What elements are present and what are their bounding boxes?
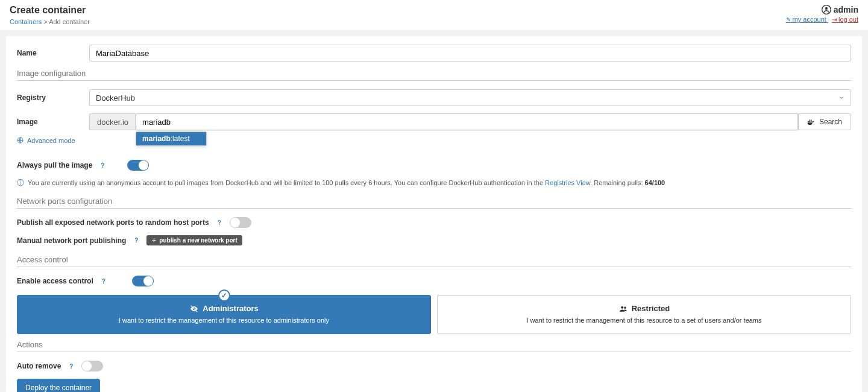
help-icon[interactable]: ?: [99, 277, 108, 285]
image-autocomplete: mariadb:latest: [136, 131, 207, 146]
remaining-pulls: 64/100: [645, 179, 665, 186]
image-label: Image: [17, 118, 89, 126]
publish-all-toggle[interactable]: [230, 217, 251, 228]
publish-port-button[interactable]: publish a new network port: [146, 235, 242, 245]
svg-point-8: [621, 306, 623, 308]
user-icon: [822, 5, 831, 14]
page-header: Create container Containers > Add contai…: [0, 0, 868, 30]
help-icon[interactable]: ?: [98, 161, 107, 169]
username: admin: [834, 5, 858, 14]
section-access-control: Access control: [17, 255, 851, 267]
name-label: Name: [17, 49, 89, 57]
check-icon: ✓: [218, 289, 230, 302]
svg-rect-4: [811, 121, 812, 122]
registries-view-link[interactable]: Registries View: [545, 179, 590, 186]
docker-icon: [807, 118, 816, 125]
help-icon[interactable]: ?: [132, 236, 140, 245]
manual-port-label: Manual network port publishing: [17, 236, 126, 245]
autocomplete-item-mariadb-latest[interactable]: mariadb:latest: [136, 132, 206, 145]
image-prefix: docker.io: [89, 113, 136, 130]
help-icon[interactable]: ?: [215, 218, 224, 227]
search-button[interactable]: Search: [798, 113, 851, 130]
help-icon[interactable]: ?: [67, 362, 75, 370]
image-input[interactable]: [136, 113, 798, 130]
dockerhub-notice: ⓘ You are currently using an anonymous a…: [17, 178, 851, 188]
advanced-mode-link[interactable]: Advanced mode: [17, 137, 75, 144]
enable-access-label: Enable access control: [17, 277, 93, 285]
svg-rect-3: [809, 121, 810, 122]
eye-off-icon: [189, 305, 199, 313]
chevron-down-icon: [838, 95, 844, 101]
registry-label: Registry: [17, 93, 89, 102]
deploy-button[interactable]: Deploy the container: [17, 379, 100, 392]
globe-icon: [17, 137, 24, 144]
svg-rect-6: [811, 120, 812, 121]
always-pull-toggle[interactable]: [127, 160, 149, 171]
section-image-config: Image configuration: [17, 69, 851, 81]
access-card-restricted[interactable]: Restricted I want to restrict the manage…: [437, 295, 851, 334]
users-icon: [618, 305, 628, 313]
publish-all-label: Publish all exposed network ports to ran…: [17, 218, 209, 227]
info-icon: ⓘ: [17, 178, 24, 188]
plus-icon: [151, 238, 157, 243]
my-account-link[interactable]: ✎ my account: [786, 16, 828, 23]
breadcrumb-current: Add container: [49, 18, 90, 25]
main-panel: Name Image configuration Registry Docker…: [6, 36, 862, 392]
auto-remove-toggle[interactable]: [81, 361, 103, 371]
svg-point-1: [825, 7, 828, 10]
always-pull-label: Always pull the image: [17, 161, 92, 169]
section-network-ports: Network ports configuration: [17, 197, 851, 209]
svg-rect-5: [809, 120, 810, 121]
svg-rect-2: [808, 121, 809, 122]
page-title: Create container: [10, 5, 90, 16]
registry-value: DockerHub: [96, 93, 135, 103]
enable-access-toggle[interactable]: [132, 276, 154, 286]
access-card-administrators[interactable]: ✓ Administrators I want to restrict the …: [17, 295, 431, 334]
svg-point-9: [624, 306, 626, 308]
name-input[interactable]: [89, 45, 851, 62]
breadcrumb: Containers > Add container: [10, 18, 90, 25]
log-out-link[interactable]: ⇥ log out: [832, 16, 858, 23]
breadcrumb-containers-link[interactable]: Containers: [10, 18, 42, 25]
registry-select[interactable]: DockerHub: [89, 89, 851, 106]
auto-remove-label: Auto remove: [17, 362, 61, 370]
user-indicator: admin: [782, 5, 858, 14]
section-actions: Actions: [17, 340, 851, 352]
